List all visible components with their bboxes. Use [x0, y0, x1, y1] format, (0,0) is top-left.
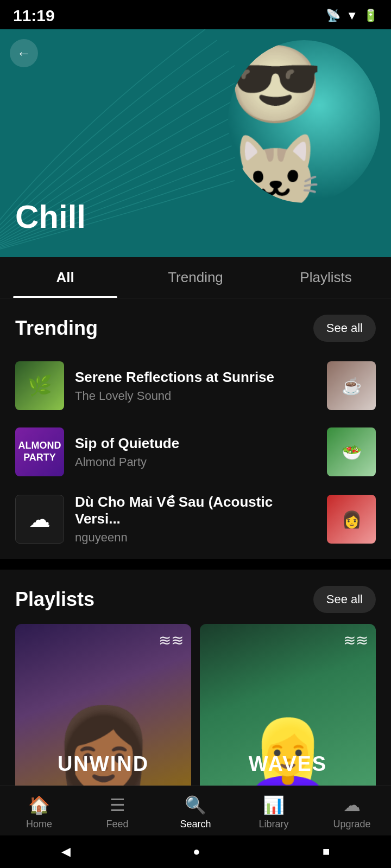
search-icon: 🔍 — [185, 795, 206, 815]
track-art: 🥗 — [327, 427, 376, 476]
tab-all[interactable]: All — [0, 257, 130, 298]
playlist-bg: ≋≋ 👩🏾 UNWIND — [15, 624, 191, 797]
nav-feed-label: Feed — [106, 819, 128, 830]
track-artist: nguyeenn — [75, 531, 316, 545]
system-home-button[interactable]: ● — [193, 845, 200, 859]
track-name: Serene Reflections at Sunrise — [75, 369, 316, 386]
playlist-person-image: 👩🏾 — [53, 702, 154, 797]
nav-library[interactable]: 📊 Library — [235, 786, 313, 835]
playlists-title: Playlists — [15, 588, 94, 611]
trending-header: Trending See all — [0, 315, 391, 353]
status-icons: 📡 ▼ 🔋 — [326, 9, 378, 23]
nav-home[interactable]: 🏠 Home — [0, 786, 78, 835]
hero-image: 😎🐱 — [228, 40, 380, 203]
nav-upgrade-label: Upgrade — [333, 819, 370, 830]
trending-see-all-button[interactable]: See all — [313, 315, 376, 342]
track-art: 👩 — [327, 495, 376, 544]
track-info: Sip of Quietude Almond Party — [75, 435, 316, 469]
nav-upgrade[interactable]: ☁ Upgrade — [313, 786, 391, 835]
system-back-button[interactable]: ◀ — [61, 845, 71, 859]
upgrade-icon: ☁ — [343, 795, 361, 815]
track-info: Serene Reflections at Sunrise The Lovely… — [75, 369, 316, 403]
battery-icon: 🔋 — [363, 9, 378, 23]
track-artist: Almond Party — [75, 455, 316, 469]
cast-icon: 📡 — [326, 9, 340, 23]
trending-title: Trending — [15, 317, 98, 340]
track-art: ☕ — [327, 361, 376, 410]
trending-section: Trending See all 🌿 Serene Reflections at… — [0, 298, 391, 559]
track-info: Dù Cho Mai Về Sau (Acoustic Versi... ngu… — [75, 494, 316, 545]
wifi-icon: ▼ — [346, 9, 358, 23]
nav-feed[interactable]: ☰ Feed — [78, 786, 156, 835]
tabs-bar: All Trending Playlists — [0, 257, 391, 298]
tab-trending[interactable]: Trending — [130, 257, 261, 298]
soundcloud-logo: ≋≋ — [343, 631, 368, 649]
track-item[interactable]: ☁ Dù Cho Mai Về Sau (Acoustic Versi... n… — [0, 485, 391, 553]
track-name: Dù Cho Mai Về Sau (Acoustic Versi... — [75, 494, 316, 527]
soundcloud-logo: ≋≋ — [159, 631, 184, 649]
status-time: 11:19 — [13, 7, 55, 25]
cat-emoji: 😎🐱 — [228, 40, 380, 203]
hero-title: Chill — [15, 198, 86, 235]
playlist-bg: ≋≋ 👱‍♀️ WAVES — [200, 624, 376, 797]
nav-search[interactable]: 🔍 Search — [156, 786, 235, 835]
tab-playlists[interactable]: Playlists — [261, 257, 391, 298]
feed-icon: ☰ — [110, 795, 125, 815]
back-button[interactable]: ← — [10, 39, 38, 67]
library-icon: 📊 — [263, 795, 285, 815]
home-icon: 🏠 — [28, 795, 50, 815]
section-divider — [0, 559, 391, 564]
nav-library-label: Library — [258, 819, 288, 830]
bottom-navigation: 🏠 Home ☰ Feed 🔍 Search 📊 Library ☁ Upgra… — [0, 786, 391, 835]
track-name: Sip of Quietude — [75, 435, 316, 452]
playlists-see-all-button[interactable]: See all — [313, 586, 376, 613]
system-navigation: ◀ ● ■ — [0, 835, 391, 868]
nav-home-label: Home — [26, 819, 52, 830]
playlist-label: WAVES — [200, 752, 376, 776]
hero-section: ← 😎🐱 Chill — [0, 29, 391, 257]
track-item[interactable]: 🌿 Serene Reflections at Sunrise The Love… — [0, 353, 391, 419]
playlists-header: Playlists See all — [0, 586, 391, 624]
track-thumbnail: ALMONDPARTY — [15, 427, 64, 476]
nav-search-label: Search — [180, 819, 211, 830]
track-thumbnail: ☁ — [15, 495, 64, 544]
track-thumbnail: 🌿 — [15, 361, 64, 410]
track-artist: The Lovely Sound — [75, 389, 316, 403]
playlist-label: UNWIND — [15, 752, 191, 776]
system-recent-button[interactable]: ■ — [323, 845, 330, 859]
track-item[interactable]: ALMONDPARTY Sip of Quietude Almond Party… — [0, 419, 391, 485]
status-bar: 11:19 📡 ▼ 🔋 — [0, 0, 391, 29]
